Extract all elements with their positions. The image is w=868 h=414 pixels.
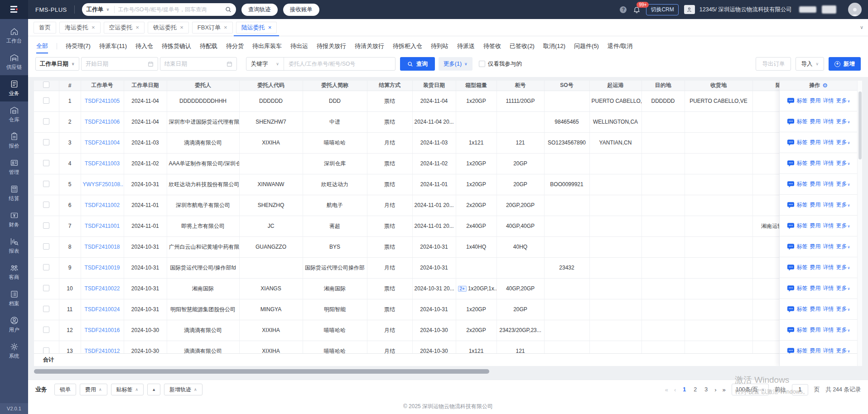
header-checkbox[interactable] bbox=[43, 82, 49, 88]
status-tab[interactable]: 待受理(7) bbox=[66, 42, 91, 50]
status-tab[interactable]: 待拆柜入仓 bbox=[393, 42, 422, 50]
action-fee[interactable]: 费用 bbox=[810, 201, 821, 209]
next-page-button[interactable]: › bbox=[714, 386, 716, 393]
status-tab[interactable]: 取消(12) bbox=[543, 42, 565, 50]
action-tag[interactable]: 标签 bbox=[797, 159, 808, 167]
action-more[interactable]: 更多∨ bbox=[836, 97, 850, 105]
chat-icon[interactable] bbox=[787, 243, 795, 250]
help-icon[interactable]: ? bbox=[620, 6, 627, 13]
close-icon[interactable]: × bbox=[136, 24, 140, 30]
action-fee[interactable]: 费用 bbox=[810, 284, 821, 292]
horizontal-scrollbar[interactable] bbox=[34, 369, 862, 374]
action-detail[interactable]: 详情 bbox=[823, 159, 834, 167]
row-checkbox[interactable] bbox=[43, 264, 49, 270]
action-detail[interactable]: 详情 bbox=[823, 243, 834, 250]
search-type-select[interactable]: 工作单 ∨ bbox=[82, 6, 114, 14]
order-no-link[interactable]: TSDF2410024 bbox=[84, 306, 120, 313]
more-filters-button[interactable]: 更多(1) ∨ bbox=[439, 57, 473, 71]
vertical-scrollbar-thumb[interactable] bbox=[858, 91, 862, 159]
footer-button-fee[interactable]: 费用∧ bbox=[80, 384, 107, 395]
tab-sea[interactable]: 海运委托× bbox=[59, 22, 101, 34]
status-tab[interactable]: 待出库装车 bbox=[252, 42, 282, 50]
row-checkbox[interactable] bbox=[43, 202, 49, 208]
action-more[interactable]: 更多∨ bbox=[836, 284, 850, 292]
status-tab[interactable]: 待配载 bbox=[200, 42, 217, 50]
sidebar-item-merchant[interactable]: 客商 bbox=[0, 259, 28, 285]
action-tag[interactable]: 标签 bbox=[797, 118, 808, 125]
action-detail[interactable]: 详情 bbox=[823, 201, 834, 209]
status-tab[interactable]: 待签收 bbox=[483, 42, 501, 50]
global-search-input[interactable] bbox=[115, 6, 225, 13]
action-detail[interactable]: 详情 bbox=[823, 284, 834, 292]
order-no-link[interactable]: TSDF2410018 bbox=[84, 244, 120, 250]
status-tab[interactable]: 待拣货确认 bbox=[162, 42, 191, 50]
column-settings-icon[interactable]: ⚙ bbox=[822, 82, 828, 88]
tab-air[interactable]: 空运委托× bbox=[104, 22, 145, 34]
page-button-3[interactable]: 3 bbox=[704, 386, 709, 393]
row-checkbox[interactable] bbox=[43, 222, 49, 229]
page-button-1[interactable]: 1 bbox=[682, 386, 687, 393]
tab-home[interactable]: 首页 bbox=[34, 22, 56, 34]
collapse-button[interactable]: ▲ bbox=[147, 384, 160, 395]
receive-bill-button[interactable]: 接收账单 bbox=[283, 4, 319, 16]
action-detail[interactable]: 详情 bbox=[823, 305, 834, 313]
close-icon[interactable]: × bbox=[224, 24, 227, 30]
account-icon[interactable] bbox=[684, 5, 695, 14]
row-checkbox[interactable] bbox=[43, 97, 49, 104]
order-no-link[interactable]: TSDF2411004 bbox=[85, 140, 120, 146]
sidebar-item-archive[interactable]: 档案 bbox=[0, 285, 28, 312]
action-fee[interactable]: 费用 bbox=[810, 118, 821, 125]
chat-icon[interactable] bbox=[787, 160, 795, 167]
goto-page-input[interactable] bbox=[792, 384, 808, 395]
export-orders-button[interactable]: 导出订单 bbox=[756, 57, 791, 71]
row-checkbox[interactable] bbox=[43, 243, 49, 250]
user-avatar[interactable] bbox=[848, 3, 862, 16]
status-tab[interactable]: 待到站 bbox=[431, 42, 448, 50]
action-detail[interactable]: 详情 bbox=[823, 97, 834, 105]
notifications[interactable]: 99+ bbox=[633, 5, 641, 14]
sidebar-item-home[interactable]: 工作台 bbox=[0, 23, 28, 49]
date-type-select[interactable]: 工作单日期 ∨ bbox=[35, 57, 79, 71]
chat-icon[interactable] bbox=[787, 285, 795, 292]
action-more[interactable]: 更多∨ bbox=[836, 326, 850, 334]
sidebar-item-warehouse[interactable]: 仓库 bbox=[0, 101, 28, 128]
action-fee[interactable]: 费用 bbox=[810, 97, 821, 105]
status-tab[interactable]: 全部 bbox=[36, 42, 48, 50]
last-page-button[interactable]: » bbox=[723, 386, 726, 393]
action-detail[interactable]: 详情 bbox=[823, 222, 834, 230]
page-size-select[interactable]: 100条/页 ∨ bbox=[732, 384, 769, 395]
row-checkbox[interactable] bbox=[43, 306, 49, 312]
add-button[interactable]: + 新增 bbox=[829, 57, 861, 71]
action-fee[interactable]: 费用 bbox=[810, 139, 821, 146]
tab-rail[interactable]: 铁运委托× bbox=[148, 22, 189, 34]
chat-icon[interactable] bbox=[787, 264, 795, 271]
start-date-input[interactable]: 开始日期 bbox=[81, 57, 158, 71]
action-tag[interactable]: 标签 bbox=[797, 222, 808, 230]
first-page-button[interactable]: « bbox=[665, 386, 668, 393]
action-fee[interactable]: 费用 bbox=[810, 305, 821, 313]
vertical-scrollbar[interactable] bbox=[857, 81, 862, 366]
footer-button-tag[interactable]: 贴标签∧ bbox=[111, 384, 144, 395]
status-tab[interactable]: 问题件(5) bbox=[574, 42, 599, 50]
keyword-input[interactable] bbox=[284, 61, 395, 67]
chat-icon[interactable] bbox=[787, 327, 795, 334]
sidebar-item-settlement[interactable]: 结算 bbox=[0, 180, 28, 207]
footer-button-lock[interactable]: 锁单 bbox=[54, 384, 76, 395]
action-tag[interactable]: 标签 bbox=[797, 201, 808, 209]
chat-icon[interactable] bbox=[787, 118, 795, 125]
order-no-link[interactable]: YWYSF250108... bbox=[83, 181, 124, 188]
action-tag[interactable]: 标签 bbox=[797, 305, 808, 313]
order-no-link[interactable]: TSDF2410019 bbox=[84, 265, 120, 271]
horizontal-scrollbar-thumb[interactable] bbox=[34, 369, 489, 374]
status-tab[interactable]: 待派送 bbox=[457, 42, 475, 50]
status-tab[interactable]: 已签收(2) bbox=[510, 42, 535, 50]
chat-icon[interactable] bbox=[787, 222, 795, 230]
action-more[interactable]: 更多∨ bbox=[836, 201, 850, 209]
row-checkbox[interactable] bbox=[43, 347, 49, 354]
only-mine-checkbox-wrap[interactable]: 仅看我参与的 bbox=[479, 60, 522, 68]
tabs-collapse-icon[interactable]: ∨ bbox=[860, 24, 863, 30]
sidebar-item-supply-chain[interactable]: 供应链 bbox=[0, 49, 28, 75]
chat-icon[interactable] bbox=[787, 181, 795, 188]
action-more[interactable]: 更多∨ bbox=[836, 264, 850, 271]
action-more[interactable]: 更多∨ bbox=[836, 159, 850, 167]
